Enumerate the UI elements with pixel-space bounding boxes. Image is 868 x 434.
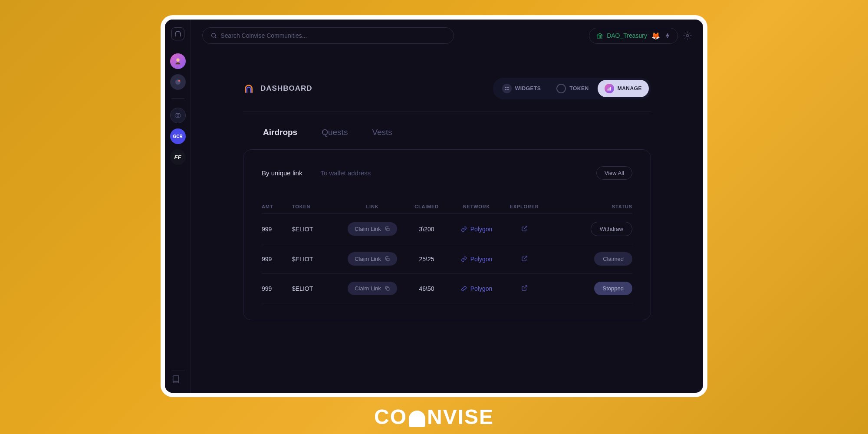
cell-explorer[interactable]: [505, 255, 544, 263]
toggle-token-label: TOKEN: [569, 85, 589, 92]
subtab-wallet-address[interactable]: To wallet address: [320, 169, 371, 177]
sidebar-profile[interactable]: [170, 53, 186, 69]
claim-link-button[interactable]: Claim Link: [348, 282, 397, 295]
arch-icon: [174, 30, 182, 38]
wallet-name: DAO_Treasury: [607, 32, 647, 39]
cell-network[interactable]: Polygon: [448, 226, 505, 233]
col-amt: AMT: [262, 204, 292, 209]
toggle-widgets-label: WIDGETS: [515, 85, 541, 92]
book-icon[interactable]: [171, 375, 181, 384]
cell-network[interactable]: Polygon: [448, 285, 505, 292]
circles-icon: [174, 112, 182, 119]
search-box[interactable]: [202, 27, 454, 44]
cell-claimed: 46\50: [405, 285, 448, 292]
link-icon: [461, 286, 467, 292]
content: DASHBOARD WIDGETS TOKEN: [191, 52, 703, 329]
external-link-icon: [521, 255, 528, 262]
cell-token: $ELIOT: [292, 226, 340, 233]
claim-link-button[interactable]: Claim Link: [348, 222, 397, 236]
sidebar-item-3[interactable]: [170, 108, 186, 123]
cell-token: $ELIOT: [292, 256, 340, 263]
svg-rect-18: [387, 258, 389, 261]
status-pill[interactable]: Withdraw: [591, 222, 632, 236]
claim-link-button[interactable]: Claim Link: [348, 252, 397, 266]
svg-point-6: [212, 33, 216, 37]
cell-explorer[interactable]: [505, 285, 544, 293]
cell-network[interactable]: Polygon: [448, 256, 505, 263]
cell-explorer[interactable]: [505, 225, 544, 233]
cell-amt: 999: [262, 285, 292, 292]
copy-icon: [385, 226, 390, 232]
svg-rect-16: [387, 228, 389, 231]
table-body: 999 $ELIOT Claim Link 3\200 Polygon With…: [262, 214, 632, 303]
copy-icon: [385, 286, 390, 291]
sidebar-item-2[interactable]: [170, 74, 186, 90]
sidebar-separator: [171, 99, 184, 99]
cell-claimed: 25\25: [405, 256, 448, 263]
link-icon: [461, 226, 467, 232]
svg-line-7: [215, 37, 216, 38]
svg-point-12: [507, 89, 509, 90]
svg-rect-13: [608, 89, 608, 90]
col-explorer: EXPLORER: [505, 204, 544, 209]
page-title: DASHBOARD: [243, 83, 312, 94]
brand-post: NVISE: [427, 405, 494, 429]
toggle-token[interactable]: TOKEN: [549, 80, 595, 97]
page-title-text: DASHBOARD: [260, 84, 312, 93]
sidebar-item-ff[interactable]: FF: [170, 149, 186, 165]
tab-vests[interactable]: Vests: [372, 128, 392, 137]
col-token: TOKEN: [292, 204, 340, 209]
cell-token: $ELIOT: [292, 285, 340, 292]
main: DAO_Treasury 🦊 DASHBOARD: [191, 20, 703, 393]
cell-claimed: 3\200: [405, 226, 448, 233]
sidebar: GCR FF: [165, 20, 191, 393]
tab-airdrops[interactable]: Airdrops: [263, 128, 297, 137]
airdrops-table: AMT TOKEN LINK CLAIMED NETWORK EXPLORER …: [262, 198, 632, 303]
brand-footer: CO NVISE: [374, 405, 494, 429]
status-pill: Stopped: [594, 282, 632, 295]
wallet-label: DAO_Treasury: [596, 32, 647, 39]
brand-pre: CO: [374, 405, 407, 429]
svg-rect-14: [609, 87, 610, 90]
view-all-button[interactable]: View All: [596, 166, 632, 180]
svg-rect-15: [610, 86, 611, 90]
table-row: 999 $ELIOT Claim Link 3\200 Polygon With…: [262, 214, 632, 244]
external-link-icon: [521, 225, 528, 232]
col-claimed: CLAIMED: [405, 204, 448, 209]
fox-icon: 🦊: [651, 32, 660, 40]
sidebar-bottom: [171, 367, 184, 386]
svg-point-9: [505, 87, 506, 88]
table-row: 999 $ELIOT Claim Link 25\25 Polygon Clai…: [262, 244, 632, 274]
sidebar-item-gcr[interactable]: GCR: [170, 128, 186, 144]
sidebar-separator-bottom: [171, 371, 184, 371]
gear-icon[interactable]: [683, 31, 692, 40]
cell-amt: 999: [262, 256, 292, 263]
svg-line-19: [524, 256, 527, 259]
manage-icon: [605, 84, 614, 93]
external-link-icon: [521, 285, 528, 291]
table-row: 999 $ELIOT Claim Link 46\50 Polygon Stop…: [262, 274, 632, 303]
topbar: DAO_Treasury 🦊: [191, 20, 703, 52]
col-link: LINK: [340, 204, 405, 209]
tab-quests[interactable]: Quests: [322, 128, 348, 137]
status-pill: Claimed: [594, 252, 632, 266]
toggle-manage[interactable]: MANAGE: [598, 80, 649, 97]
toggle-widgets[interactable]: WIDGETS: [495, 80, 548, 97]
col-network: NETWORK: [448, 204, 505, 209]
wallet-button[interactable]: DAO_Treasury 🦊: [589, 28, 678, 44]
card-header: By unique link To wallet address View Al…: [262, 166, 632, 180]
sidebar-logo[interactable]: [171, 27, 184, 40]
dashboard-logo-icon: [243, 83, 254, 94]
svg-rect-20: [387, 288, 389, 290]
airdrops-card: By unique link To wallet address View Al…: [243, 149, 651, 320]
svg-point-10: [507, 87, 509, 88]
svg-point-8: [687, 35, 689, 37]
bank-icon: [596, 32, 603, 39]
svg-point-0: [176, 59, 179, 62]
subtab-unique-link[interactable]: By unique link: [262, 169, 302, 177]
search-input[interactable]: [220, 32, 446, 39]
table-header: AMT TOKEN LINK CLAIMED NETWORK EXPLORER …: [262, 198, 632, 214]
topbar-right: DAO_Treasury 🦊: [589, 28, 692, 44]
brand-arch-icon: [409, 411, 425, 427]
view-toggle: WIDGETS TOKEN MANAGE: [493, 78, 651, 99]
